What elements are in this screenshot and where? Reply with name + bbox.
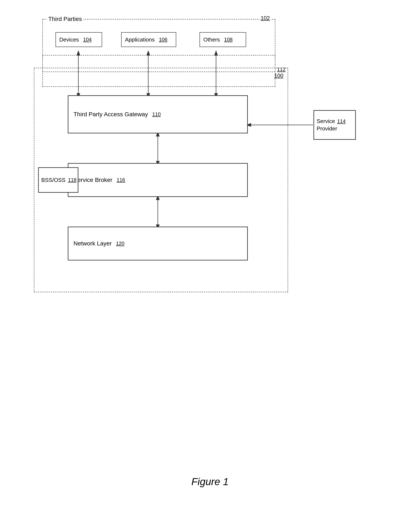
- service-provider-ref: 114: [337, 118, 346, 124]
- network-label: Network Layer: [74, 240, 112, 247]
- diagram-container: Third Parties 102 Devices 104 Applicatio…: [21, 13, 398, 362]
- network-ref: 120: [116, 240, 125, 246]
- figure-label: Figure 1: [191, 476, 229, 487]
- others-ref: 108: [224, 37, 232, 43]
- broker-label: Service Broker: [74, 177, 112, 183]
- gateway-ref: 110: [152, 111, 161, 117]
- applications-box: Applications 106: [121, 32, 176, 47]
- network-box: Network Layer 120: [68, 227, 248, 261]
- service-provider-box: Service 114 Provider: [314, 110, 356, 140]
- applications-label: Applications: [125, 37, 155, 43]
- gateway-label: Third Party Access Gateway: [74, 111, 148, 118]
- devices-box: Devices 104: [55, 32, 102, 47]
- bssoss-box: BSS/OSS 118: [38, 167, 78, 193]
- devices-label: Devices: [59, 37, 79, 43]
- broker-ref: 116: [117, 177, 125, 183]
- others-label: Others: [203, 37, 220, 43]
- devices-ref: 104: [83, 37, 91, 43]
- third-parties-ref: 102: [260, 15, 271, 21]
- service-provider-label2: Provider: [317, 125, 337, 132]
- service-provider-label: Service: [317, 118, 335, 125]
- broker-box: Service Broker 116: [68, 163, 248, 197]
- bssoss-label: BSS/OSS: [41, 177, 66, 183]
- main-system-ref: 100: [274, 72, 283, 79]
- applications-ref: 106: [159, 37, 167, 43]
- third-parties-label: Third Parties: [47, 16, 83, 22]
- bssoss-ref: 118: [68, 177, 76, 183]
- gateway-box: Third Party Access Gateway 110: [68, 95, 248, 134]
- others-box: Others 108: [200, 32, 246, 47]
